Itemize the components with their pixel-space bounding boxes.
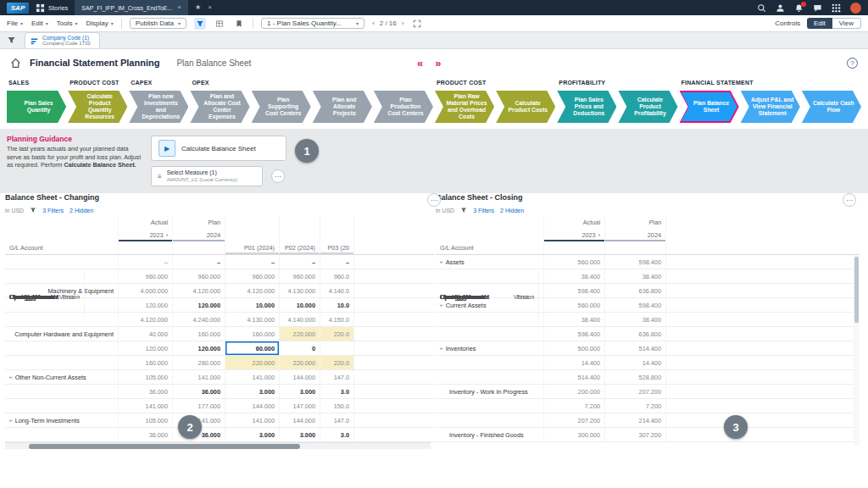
value-cell[interactable]: 147.0 [320,370,354,384]
value-cell[interactable]: 10.0 [320,298,354,312]
value-cell[interactable]: – [225,255,280,269]
more-options-button[interactable]: ⋯ [271,169,285,183]
user-icon[interactable] [776,3,785,13]
value-cell[interactable]: 960.000 [280,269,320,283]
flow-step-chevron[interactable]: Plan and Allocate Projects [313,91,372,123]
scrollbar-thumb[interactable] [29,444,300,449]
value-cell[interactable]: 38.400 [605,313,666,326]
flow-step-chevron[interactable]: Calculate Product Quantity Resources [68,91,127,123]
flow-step-chevron[interactable]: Plan Balance Sheet [682,92,737,121]
flow-step-chevron[interactable]: Calculate Cash Flow [802,91,861,123]
value-cell[interactable]: 144.000 [280,413,320,427]
value-cell[interactable]: 598.400 [544,327,605,341]
value-cell[interactable]: 4.000.000 [119,284,173,297]
vertical-scrollbar[interactable] [854,255,860,446]
filter-chip-company-code[interactable]: Company Code (1) Company Code 1710 [25,32,100,48]
column-header-2023[interactable]: 2023› [544,229,605,241]
value-cell[interactable]: 10.000 [280,298,320,312]
story-tab[interactable]: SAP_FI_IFP_IM_Cross_EndToE... × [75,0,188,15]
calculate-balance-sheet-button[interactable]: ▶ Calculate Balance Sheet [151,136,287,161]
value-cell[interactable]: 3.000 [280,428,320,441]
value-cell[interactable]: 144.000 [225,399,280,413]
chat-icon[interactable] [813,3,822,13]
value-cell[interactable]: 307.200 [605,428,666,441]
value-cell[interactable] [320,341,354,355]
value-cell[interactable]: 120.000 [119,341,173,355]
value-cell[interactable]: – [280,255,320,269]
gl-account-expandable[interactable]: ›Long-Term Investments [5,413,119,427]
value-cell[interactable]: 960.000 [173,269,225,283]
value-cell[interactable]: 147.0 [320,413,354,427]
value-cell[interactable]: 4.140.0 [320,284,354,297]
value-cell[interactable]: 220.0 [320,356,354,369]
value-cell[interactable]: 160.000 [119,356,173,369]
value-cell[interactable]: 120.000 [173,341,225,355]
value-cell[interactable]: 10.000 [225,298,280,312]
flow-step-chevron[interactable]: Plan Sales Quantity [7,91,66,123]
value-cell[interactable]: 598.400 [544,284,605,297]
drill-icon[interactable]: › [598,232,600,238]
value-cell[interactable]: 598.400 [605,255,666,269]
value-cell[interactable]: 160.000 [173,327,225,341]
gl-account-expandable[interactable]: ›Assets [436,255,544,269]
help-icon[interactable]: ? [847,58,858,69]
value-cell[interactable]: 177.000 [173,399,225,413]
value-cell[interactable]: 4.120.000 [173,284,225,297]
next-page-icon[interactable]: › [402,19,404,27]
more-options-button[interactable]: ⋯ [843,193,856,207]
value-cell[interactable]: 40.000 [119,327,173,341]
menu-display[interactable]: Display▾ [86,19,113,27]
horizontal-scrollbar[interactable] [5,442,431,449]
more-options-button[interactable]: ⋯ [427,193,441,207]
filter-settings-icon[interactable] [7,36,16,45]
value-cell[interactable]: 4.150.0 [320,313,354,326]
product-switcher[interactable]: Stories [36,3,68,13]
value-cell[interactable]: – [320,255,354,269]
favorite-star-icon[interactable]: ★ [195,4,201,11]
value-cell[interactable]: 636.800 [605,284,666,297]
value-cell[interactable]: 3.0 [320,428,354,441]
value-cell[interactable]: 4.120.000 [119,313,173,326]
value-cell[interactable]: 105.000 [119,370,173,384]
value-cell[interactable]: 7.200 [544,399,605,413]
close-icon[interactable]: × [208,4,212,11]
flow-step-chevron[interactable]: Plan and Allocate Cost Center Expenses [190,91,249,123]
value-cell[interactable]: 36.000 [173,385,225,398]
flow-step-chevron[interactable]: Plan Sales Prices and Deductions [557,91,616,123]
value-cell[interactable]: 120.000 [119,298,173,312]
value-cell[interactable]: 3.000 [225,428,280,441]
value-cell[interactable]: 207.200 [605,385,666,398]
flow-step-chevron[interactable]: Plan Supporting Cost Centers [252,91,311,123]
column-header-p02[interactable]: P02 (2024) [280,241,320,254]
apps-grid-icon[interactable] [832,3,841,13]
value-cell[interactable]: 3.0 [320,385,354,398]
value-cell[interactable]: 300.000 [544,428,605,441]
value-cell[interactable]: 960.000 [225,269,280,283]
value-cell[interactable]: 220.000 [280,356,320,369]
fullscreen-icon[interactable] [411,18,423,30]
value-cell[interactable]: 141.000 [173,370,225,384]
value-cell[interactable]: 220.0 [320,327,354,341]
value-cell[interactable]: 38.400 [544,269,605,283]
value-cell[interactable]: 60.000 [225,341,280,355]
value-cell[interactable]: 38.400 [605,269,666,283]
previous-arrow-icon[interactable]: « [417,57,423,69]
filter-icon[interactable] [30,207,36,214]
publish-data-button[interactable]: Publish Data ▾ [130,18,186,29]
value-cell[interactable]: 514.400 [544,370,605,384]
value-cell[interactable]: 280.000 [173,356,225,369]
value-cell[interactable]: 514.400 [605,341,666,355]
value-cell[interactable]: 3.000 [225,385,280,398]
value-cell[interactable]: 220.000 [225,356,280,369]
value-cell[interactable]: 4.130.000 [280,284,320,297]
table-view-icon[interactable] [214,18,225,30]
value-cell[interactable]: 4.140.000 [280,313,320,326]
gl-account-expandable[interactable]: ›Inventories [436,341,544,355]
column-header-p03[interactable]: P03 (20 [320,241,354,254]
column-header-p01[interactable]: P01 (2024) [225,241,280,254]
bookmark-icon[interactable] [233,18,245,30]
close-icon[interactable]: × [177,4,181,11]
value-cell[interactable]: 141.000 [119,399,173,413]
value-cell[interactable]: 7.200 [605,399,666,413]
value-cell[interactable]: 4.120.000 [225,284,280,297]
